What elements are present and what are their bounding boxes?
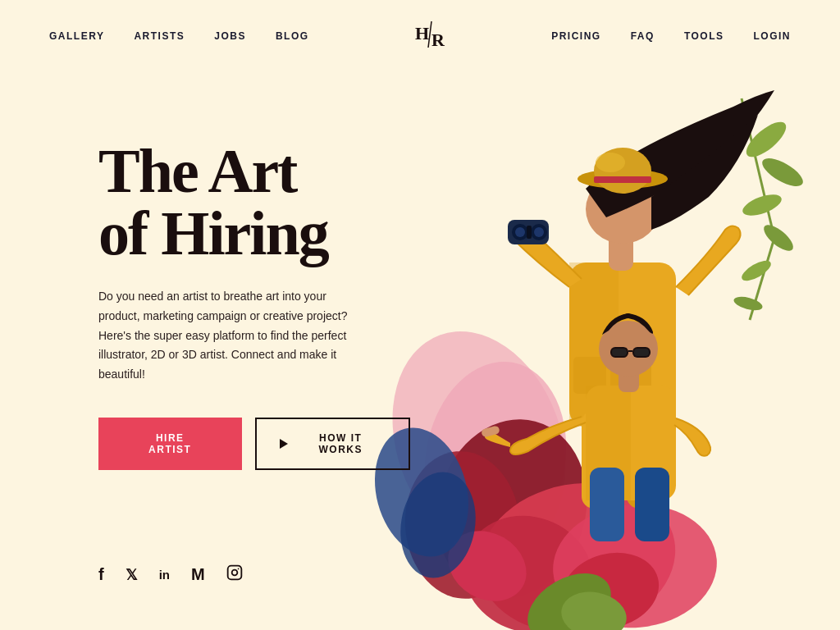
svg-point-22 xyxy=(733,294,764,313)
hero-illustration xyxy=(348,33,840,630)
linkedin-icon[interactable]: in xyxy=(159,568,170,582)
navigation: GALLERY ARTISTS JOBS BLOG H R PRICING FA… xyxy=(0,0,840,72)
logo[interactable]: H R xyxy=(410,15,450,57)
facebook-icon[interactable]: f xyxy=(98,565,104,584)
hire-artist-button[interactable]: HIRE ARTIST xyxy=(98,418,242,470)
svg-point-4 xyxy=(231,570,237,576)
svg-rect-54 xyxy=(612,349,627,356)
nav-left: GALLERY ARTISTS JOBS BLOG xyxy=(49,30,309,42)
svg-point-43 xyxy=(534,227,544,237)
nav-tools[interactable]: TOOLS xyxy=(684,30,724,42)
svg-rect-44 xyxy=(527,226,532,239)
social-bar: f 𝕏 in M xyxy=(98,564,243,585)
hero-title: The Artof Hiring xyxy=(98,139,410,264)
svg-text:R: R xyxy=(431,30,445,50)
svg-rect-48 xyxy=(635,468,669,541)
svg-point-18 xyxy=(758,153,806,191)
instagram-icon[interactable] xyxy=(226,564,243,585)
hero-text-block: The Artof Hiring Do you need an artist t… xyxy=(98,139,410,470)
nav-blog[interactable]: BLOG xyxy=(276,30,309,42)
svg-point-19 xyxy=(740,190,784,220)
nav-gallery[interactable]: GALLERY xyxy=(49,30,104,42)
nav-jobs[interactable]: JOBS xyxy=(214,30,246,42)
hero-buttons: HIRE ARTIST HOW IT WORKS xyxy=(98,418,410,470)
svg-point-42 xyxy=(515,227,525,237)
svg-rect-37 xyxy=(594,176,651,183)
nav-pricing[interactable]: PRICING xyxy=(551,30,601,42)
twitter-icon[interactable]: 𝕏 xyxy=(126,566,138,584)
nav-faq[interactable]: FAQ xyxy=(631,30,655,42)
svg-rect-55 xyxy=(634,349,649,356)
nav-artists[interactable]: ARTISTS xyxy=(134,30,185,42)
svg-point-5 xyxy=(237,568,239,570)
how-it-works-button[interactable]: HOW IT WORKS xyxy=(255,418,410,470)
svg-point-20 xyxy=(760,221,797,255)
hero-subtitle: Do you need an artist to breathe art int… xyxy=(98,287,353,385)
svg-text:H: H xyxy=(415,23,429,43)
play-icon xyxy=(280,439,288,449)
hero-section: The Artof Hiring Do you need an artist t… xyxy=(0,57,840,630)
medium-icon[interactable]: M xyxy=(191,565,205,584)
nav-login[interactable]: LOGIN xyxy=(754,30,792,42)
svg-point-38 xyxy=(596,153,625,172)
nav-right: PRICING FAQ TOOLS LOGIN xyxy=(551,30,791,42)
svg-rect-47 xyxy=(590,468,624,541)
svg-rect-3 xyxy=(227,566,241,580)
